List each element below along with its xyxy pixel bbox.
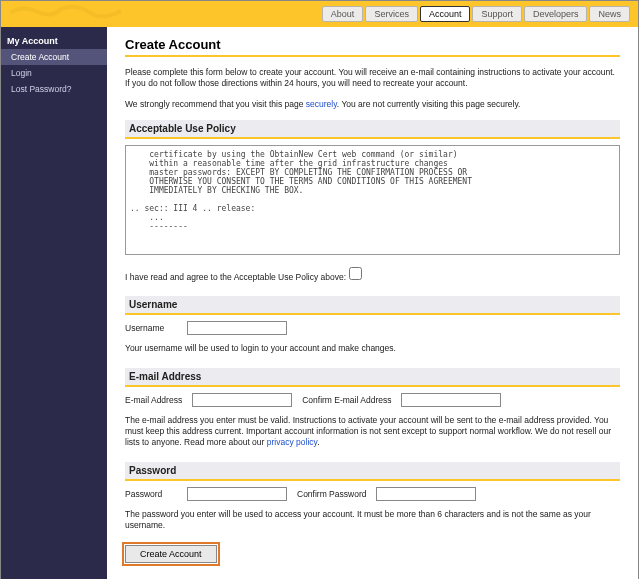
email-help-tail: . [317, 437, 319, 447]
password-row: Password Confirm Password [125, 487, 620, 501]
ack-label: I have read and agree to the Acceptable … [125, 272, 346, 282]
password-label: Password [125, 489, 177, 499]
sidebar-heading: My Account [1, 33, 107, 49]
email-help: The e-mail address you enter must be val… [125, 415, 620, 448]
topnav-news[interactable]: News [589, 6, 630, 22]
password-confirm-input[interactable] [376, 487, 476, 501]
page-title: Create Account [125, 37, 620, 52]
topnav-developers[interactable]: Developers [524, 6, 588, 22]
intro2-part-b: . You are not currently visiting this pa… [337, 99, 521, 109]
layout: My Account Create Account Login Lost Pas… [1, 27, 638, 579]
top-nav: About Services Account Support Developer… [322, 6, 630, 22]
main-content: Create Account Please complete this form… [107, 27, 638, 579]
securely-link[interactable]: securely [306, 99, 337, 109]
email-help-text: The e-mail address you enter must be val… [125, 415, 611, 447]
sidebar-item-create-account[interactable]: Create Account [1, 49, 107, 65]
email-confirm-label: Confirm E-mail Address [302, 395, 391, 405]
username-help: Your username will be used to login to y… [125, 343, 620, 354]
password-confirm-label: Confirm Password [297, 489, 366, 499]
email-input[interactable] [192, 393, 292, 407]
topnav-services[interactable]: Services [365, 6, 418, 22]
topnav-about[interactable]: About [322, 6, 364, 22]
worldmap-decoration [1, 1, 141, 27]
title-rule [125, 55, 620, 57]
intro2-part-a: We strongly recommend that you visit thi… [125, 99, 306, 109]
intro-paragraph-2: We strongly recommend that you visit thi… [125, 99, 620, 110]
ack-row: I have read and agree to the Acceptable … [125, 267, 620, 282]
password-heading: Password [125, 462, 620, 481]
username-label: Username [125, 323, 177, 333]
intro-paragraph-1: Please complete this form below to creat… [125, 67, 620, 89]
sidebar-item-login[interactable]: Login [1, 65, 107, 81]
password-input[interactable] [187, 487, 287, 501]
create-account-button[interactable]: Create Account [125, 545, 217, 563]
password-help: The password you enter will be used to a… [125, 509, 620, 531]
app-window: About Services Account Support Developer… [0, 0, 639, 579]
email-row: E-mail Address Confirm E-mail Address [125, 393, 620, 407]
aup-heading: Acceptable Use Policy [125, 120, 620, 139]
topnav-account[interactable]: Account [420, 6, 471, 22]
username-row: Username [125, 321, 620, 335]
top-bar: About Services Account Support Developer… [1, 1, 638, 27]
email-heading: E-mail Address [125, 368, 620, 387]
ack-checkbox[interactable] [349, 267, 362, 280]
aup-textarea[interactable] [125, 145, 620, 255]
sidebar-item-lost-password[interactable]: Lost Password? [1, 81, 107, 97]
sidebar: My Account Create Account Login Lost Pas… [1, 27, 107, 579]
topnav-support[interactable]: Support [472, 6, 522, 22]
username-heading: Username [125, 296, 620, 315]
email-confirm-input[interactable] [401, 393, 501, 407]
email-label: E-mail Address [125, 395, 182, 405]
username-input[interactable] [187, 321, 287, 335]
privacy-policy-link[interactable]: privacy policy [267, 437, 317, 447]
